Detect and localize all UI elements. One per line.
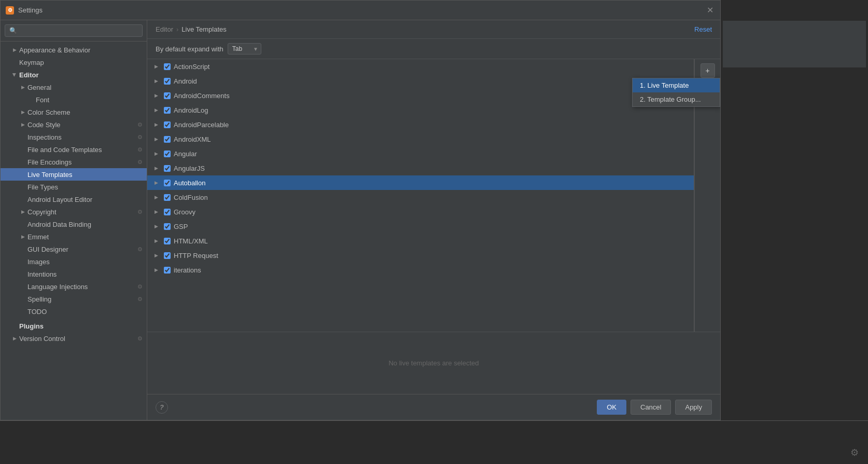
template-group-androidparcelable[interactable]: ▶ AndroidParcelable	[147, 117, 694, 132]
template-checkbox-coldfusion[interactable]	[164, 194, 171, 201]
expand-arrow-icon: ▶	[152, 165, 160, 172]
template-group-angular[interactable]: ▶ Angular	[147, 146, 694, 161]
ide-gear-icon[interactable]: ⚙	[847, 445, 862, 460]
main-content: Editor › Live Templates Reset By default…	[147, 20, 720, 420]
sidebar-item-android-layout[interactable]: ▶ Android Layout Editor	[1, 193, 147, 206]
template-checkbox-autoballon[interactable]	[164, 180, 171, 186]
sidebar-item-gui-designer[interactable]: ▶ GUI Designer ⚙	[1, 243, 147, 255]
sidebar-item-spelling[interactable]: ▶ Spelling ⚙	[1, 293, 147, 305]
sidebar-item-label: Version Control	[19, 335, 65, 343]
sidebar-item-label: File Types	[27, 183, 58, 191]
cancel-button[interactable]: Cancel	[631, 400, 671, 415]
sidebar-item-label: Code Style	[27, 121, 61, 129]
template-group-android[interactable]: ▶ Android	[147, 74, 694, 88]
collapse-arrow-icon: ▶	[19, 121, 26, 128]
sidebar-item-file-encodings[interactable]: ▶ File Encodings ⚙	[1, 156, 147, 168]
collapse-arrow-icon: ▶	[19, 208, 26, 215]
sidebar-item-plugins[interactable]: ▶ Plugins	[1, 320, 147, 332]
breadcrumb-bar: Editor › Live Templates Reset	[147, 20, 720, 39]
template-group-name: HTML/XML	[174, 237, 208, 245]
template-group-name: ColdFusion	[174, 194, 208, 201]
sidebar-item-editor[interactable]: ▶ Editor	[1, 69, 147, 81]
gear-icon: ⚙	[136, 335, 144, 342]
template-group-htmlxml[interactable]: ▶ HTML/XML	[147, 234, 694, 248]
expand-dropdown[interactable]: Tab Space Enter	[228, 43, 261, 54]
sidebar-item-file-types[interactable]: ▶ File Types	[1, 181, 147, 193]
expand-arrow-icon: ▶	[152, 63, 160, 70]
search-box	[1, 20, 147, 42]
expand-arrow-icon: ▶	[152, 208, 160, 215]
template-checkbox-iterations[interactable]	[164, 267, 171, 274]
sidebar-item-font[interactable]: ▶ Font	[1, 93, 147, 106]
sidebar-item-inspections[interactable]: ▶ Inspections ⚙	[1, 131, 147, 143]
template-group-gsp[interactable]: ▶ GSP	[147, 219, 694, 234]
template-group-name: AndroidXML	[174, 135, 211, 143]
gear-icon: ⚙	[136, 133, 144, 141]
template-checkbox-groovy[interactable]	[164, 209, 171, 215]
template-group-androidcomments[interactable]: ▶ AndroidComments	[147, 88, 694, 103]
template-group-autoballon[interactable]: ▶ Autoballon	[147, 175, 694, 190]
add-button[interactable]: +	[701, 63, 715, 78]
template-checkbox-android[interactable]	[164, 78, 171, 85]
template-checkbox-androidparcelable[interactable]	[164, 121, 171, 128]
template-group-coldfusion[interactable]: ▶ ColdFusion	[147, 190, 694, 204]
template-checkbox-gsp[interactable]	[164, 223, 171, 230]
add-dropdown-item-template-group[interactable]: 2. Template Group...	[633, 92, 720, 106]
template-group-angularjs[interactable]: ▶ AngularJS	[147, 161, 694, 175]
sidebar-item-language-injections[interactable]: ▶ Language Injections ⚙	[1, 280, 147, 293]
breadcrumb-separator: ›	[176, 25, 178, 33]
sidebar-tree: ▶ Appearance & Behavior ▶ Keymap ▶ Edito…	[1, 42, 147, 420]
sidebar-item-keymap[interactable]: ▶ Keymap	[1, 56, 147, 69]
sidebar-item-label: TODO	[27, 308, 47, 316]
expand-arrow-icon: ▶	[152, 92, 160, 99]
template-checkbox-androidlog[interactable]	[164, 107, 171, 114]
template-checkbox-angular[interactable]	[164, 151, 171, 157]
template-checkbox-angularjs[interactable]	[164, 165, 171, 172]
template-group-androidlog[interactable]: ▶ AndroidLog	[147, 103, 694, 117]
ok-button[interactable]: OK	[597, 400, 626, 415]
help-button[interactable]: ?	[156, 401, 168, 414]
template-group-httprequest[interactable]: ▶ HTTP Request	[147, 248, 694, 263]
sidebar-item-code-style[interactable]: ▶ Code Style ⚙	[1, 118, 147, 131]
expand-arrow-icon: ▶	[11, 71, 18, 78]
add-dropdown: 1. Live Template 2. Template Group...	[632, 78, 720, 107]
sidebar-item-appearance[interactable]: ▶ Appearance & Behavior	[1, 44, 147, 56]
breadcrumb-parent: Editor	[156, 25, 173, 33]
sidebar-item-todo[interactable]: ▶ TODO	[1, 305, 147, 318]
apply-button[interactable]: Apply	[675, 400, 712, 415]
sidebar-item-android-data[interactable]: ▶ Android Data Binding	[1, 218, 147, 230]
sidebar-item-color-scheme[interactable]: ▶ Color Scheme	[1, 106, 147, 118]
template-checkbox-androidxml[interactable]	[164, 136, 171, 143]
sidebar-item-label: Intentions	[27, 270, 57, 278]
gear-icon: ⚙	[136, 295, 144, 303]
add-dropdown-item-live-template[interactable]: 1. Live Template	[633, 78, 720, 92]
sidebar-item-label: Keymap	[19, 59, 44, 66]
no-selection-message: No live templates are selected	[388, 359, 479, 367]
template-checkbox-httprequest[interactable]	[164, 252, 171, 259]
sidebar-item-general[interactable]: ▶ General	[1, 81, 147, 93]
template-group-iterations[interactable]: ▶ iterations	[147, 263, 694, 277]
template-checkbox-androidcomments[interactable]	[164, 92, 171, 99]
template-group-groovy[interactable]: ▶ Groovy	[147, 204, 694, 219]
gear-icon: ⚙	[136, 208, 144, 215]
template-group-actionscript[interactable]: ▶ ActionScript	[147, 59, 694, 74]
sidebar-item-version-control[interactable]: ▶ Version Control ⚙	[1, 332, 147, 345]
sidebar-item-images[interactable]: ▶ Images	[1, 255, 147, 268]
template-group-name: AndroidComments	[174, 92, 230, 100]
sidebar-item-intentions[interactable]: ▶ Intentions	[1, 268, 147, 280]
close-button[interactable]: ✕	[705, 5, 715, 16]
template-group-androidxml[interactable]: ▶ AndroidXML	[147, 132, 694, 146]
sidebar-item-copyright[interactable]: ▶ Copyright ⚙	[1, 206, 147, 218]
sidebar-item-live-templates[interactable]: ▶ Live Templates	[1, 168, 147, 181]
title-bar: ⚙ Settings ✕	[1, 1, 720, 20]
sidebar-item-emmet[interactable]: ▶ Emmet	[1, 230, 147, 243]
search-input[interactable]	[5, 24, 143, 37]
dialog-title: Settings	[18, 6, 705, 14]
template-checkbox-actionscript[interactable]	[164, 63, 171, 70]
sidebar-item-label: Font	[36, 96, 49, 104]
reset-button[interactable]: Reset	[694, 25, 712, 33]
template-group-name: ActionScript	[174, 63, 209, 71]
sidebar-item-file-code-templates[interactable]: ▶ File and Code Templates ⚙	[1, 143, 147, 156]
collapse-arrow-icon: ▶	[19, 233, 26, 240]
template-checkbox-htmlxml[interactable]	[164, 238, 171, 244]
